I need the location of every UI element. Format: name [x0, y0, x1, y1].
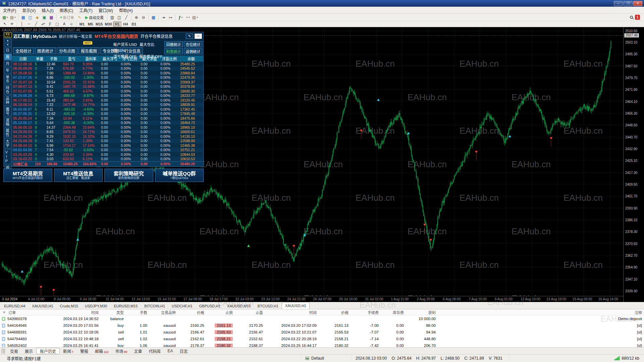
bar-chart-button[interactable]: ▥ — [109, 14, 116, 20]
line-chart-button[interactable]: ╱ — [123, 14, 130, 20]
history-row[interactable]: 5450524022024.03.25 16:41:41buy1.06xauus… — [0, 342, 644, 347]
templates-button[interactable]: ▤▾ — [191, 14, 199, 20]
period-M15[interactable]: M15 — [95, 21, 104, 27]
bottom-tab-邮箱[interactable]: 邮箱112 — [92, 348, 112, 354]
menu-tools[interactable]: 工具(T) — [76, 7, 95, 13]
symbol-tab-7-GBPUSD,H1[interactable]: GBPUSD,H1 — [196, 303, 224, 309]
sidebar-filter-魔号[interactable]: 魔号 — [4, 106, 11, 116]
promo-box-2[interactable]: MT4推送信息迈汇数据 · 推送家 — [54, 169, 103, 182]
bottom-tab-文章[interactable]: 文章 — [131, 348, 146, 354]
symbol-tab-0-EURUSD,H4[interactable]: EURUSD,H4 — [1, 303, 29, 309]
panel-right-button-3[interactable]: 返佣统计 — [184, 48, 202, 54]
sidebar-filter-年[interactable]: 年 — [4, 67, 11, 73]
period-D1[interactable]: D1 — [130, 21, 138, 27]
new-order-button[interactable]: +新订单 — [58, 14, 76, 20]
bottom-tab-警报[interactable]: 警报 — [77, 348, 92, 354]
symbol-tab-5-BITCOIN,H1[interactable]: BITCOIN,H1 — [141, 303, 168, 309]
candlestick-chart-button[interactable]: ◫ — [116, 14, 123, 20]
history-row[interactable]: 5446883912024.03.22 10:18:05sell1.01xauu… — [0, 329, 644, 336]
bottom-tab-市场[interactable]: 市场80 — [112, 348, 130, 354]
panel-button-2[interactable]: 分布点图 — [57, 47, 77, 54]
panel-edit-button[interactable]: ✎ — [186, 34, 193, 39]
bottom-tab-交易[interactable]: 交易 — [7, 348, 21, 354]
price-scale[interactable]: 2510.502503.102495.302487.502479.702471.… — [623, 27, 644, 302]
navigator-button[interactable]: ◈ — [34, 14, 41, 20]
status-template[interactable]: Default — [302, 355, 352, 362]
menu-help[interactable]: 帮助(H) — [116, 7, 136, 13]
new-chart-button[interactable]: ▦▾ — [1, 14, 9, 20]
sidebar-filter-波幅[interactable]: 波幅 — [4, 117, 11, 127]
minimize-button[interactable]: ─ — [614, 1, 623, 6]
vertical-line-button[interactable]: │ — [18, 21, 25, 27]
promo-box-1[interactable]: MT4交易期货MT4平台交易国内期货 — [3, 169, 52, 182]
promo-box-3[interactable]: 套利策略研究套利策略研究群 — [104, 169, 153, 182]
sidebar-filter-属性[interactable]: 属性 — [4, 128, 11, 138]
market-watch-button[interactable]: ▦ — [20, 14, 27, 20]
sidebar-filter-日[interactable]: 日 — [4, 47, 11, 53]
bottom-tab-账户历史[interactable]: 账户历史 — [36, 348, 60, 354]
toolbox-close-button[interactable]: ✕ — [2, 310, 6, 314]
symbol-tab-10-XAUUSD,H1[interactable]: XAUUSD,H1 — [282, 302, 310, 309]
sidebar-filter-周[interactable]: 周 — [4, 54, 11, 60]
search-icon[interactable] — [630, 16, 633, 19]
auto-scroll-button[interactable]: ↠ — [160, 14, 167, 20]
profiles-button[interactable]: ▤▾ — [9, 14, 17, 20]
menu-file[interactable]: 文件(F) — [0, 7, 19, 13]
terminal-button[interactable]: ▣ — [41, 14, 48, 20]
sidebar-filter-月[interactable]: 月 — [4, 61, 11, 67]
panel-right-button-2[interactable]: 利息统计 — [164, 48, 183, 54]
trendline-button[interactable]: ╱ — [33, 21, 40, 27]
sidebar-filter-品种[interactable]: 品种 — [4, 96, 11, 106]
symbol-tab-1-XAUUSD,H1[interactable]: XAUUSD,H1 — [29, 303, 57, 309]
notification-badge[interactable]: 1 — [635, 15, 640, 20]
cursor-button[interactable]: ↖ — [1, 21, 8, 27]
panel-button-1[interactable]: 图表统计 — [35, 47, 56, 54]
menu-window[interactable]: 窗口(W) — [96, 7, 116, 13]
arrows-button[interactable]: ☺ — [68, 21, 75, 27]
period-M30[interactable]: M30 — [104, 21, 113, 27]
panel-button-0[interactable]: 全局统计 — [13, 47, 34, 54]
shapes-button[interactable]: ▢ — [54, 21, 61, 27]
bottom-tab-展示[interactable]: 展示 — [21, 348, 36, 354]
close-button[interactable]: ✕ — [633, 1, 642, 6]
history-row[interactable]: 5439603782024.03.19 14:36:52balance10 00… — [0, 315, 644, 322]
tile-windows-button[interactable]: ▦ — [150, 14, 157, 20]
time-axis[interactable]: 3 Jul 20244 Jul 21:008 Jul 09:009 Jul 18… — [0, 296, 623, 302]
strategy-tester-button[interactable]: ▩ — [48, 14, 55, 20]
symbol-tab-4-EURUSD,M15[interactable]: EURUSD,M15 — [110, 303, 141, 309]
symbol-tab-2-Crude,M15[interactable]: Crude,M15 — [57, 303, 82, 309]
panel-right-button-1[interactable]: 仓位统计 — [184, 41, 202, 47]
text-label-button[interactable]: A — [61, 21, 68, 27]
sidebar-up-button[interactable]: ▲ — [4, 39, 11, 42]
data-window-button[interactable]: ◫ — [27, 14, 34, 20]
panel-button-3[interactable]: 报告截图 — [78, 47, 99, 54]
period-H1[interactable]: H1 — [113, 21, 121, 27]
sidebar-filter-VIP[interactable]: VIP — [4, 149, 11, 164]
channel-button[interactable]: ∥ — [40, 21, 47, 27]
bottom-tab-EA[interactable]: EA — [164, 348, 176, 354]
periods-menu-button[interactable]: ◔▾ — [184, 14, 191, 20]
fibonacci-button[interactable]: Ƒ — [47, 21, 54, 27]
sidebar-filter-大字[interactable]: 大字 — [4, 138, 11, 148]
symbol-tab-6-USDCHF,H1[interactable]: USDCHF,H1 — [168, 303, 196, 309]
sidebar-filter-单币[interactable]: 单币 — [4, 74, 11, 84]
bottom-tab-代码库[interactable]: 代码库 — [146, 348, 164, 354]
symbol-tab-3-USDJPY,M30[interactable]: USDJPY,M30 — [82, 303, 110, 309]
horizontal-line-button[interactable]: ─ — [25, 21, 33, 27]
zoom-out-button[interactable]: ⊖ — [140, 14, 147, 20]
crosshair-button[interactable]: ✛ — [8, 21, 15, 27]
promo-box-4[interactable]: 喊单推送QQ群+微信ea70ea — [155, 169, 204, 182]
history-row[interactable]: 5441649452024.03.20 17:01:56buy1.00xauus… — [0, 322, 644, 329]
autotrading-button[interactable]: ▶自动交易 — [83, 14, 106, 20]
maximize-button[interactable]: ❐ — [624, 1, 633, 6]
history-row[interactable]: 5447944602024.03.22 19:48:18sell1.02xauu… — [0, 336, 644, 342]
panel-right-button-0[interactable]: 回撤统计 — [164, 41, 183, 47]
symbol-tab-8-XAUUSD,M15[interactable]: XAUUSD,M15 — [224, 303, 254, 309]
period-H4[interactable]: H4 — [121, 21, 130, 27]
panel-minimize-button[interactable]: ─ — [195, 34, 202, 39]
sidebar-down-button[interactable]: ▼ — [4, 43, 11, 47]
period-M1[interactable]: M1 — [78, 21, 86, 27]
indicators-button[interactable]: ƒ▾ — [177, 14, 184, 20]
menu-view[interactable]: 显示(V) — [19, 7, 39, 13]
chart-shift-button[interactable]: ↦ — [167, 14, 174, 20]
